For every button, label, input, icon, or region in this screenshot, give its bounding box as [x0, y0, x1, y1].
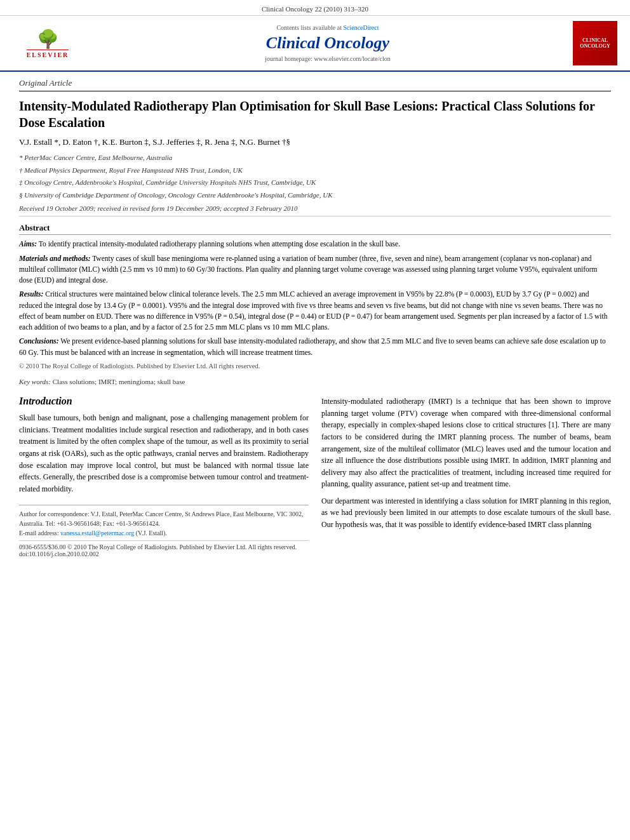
journal-header: 🌳 ELSEVIER Contents lists available at S… [0, 16, 630, 72]
abstract-section: Abstract Aims: To identify practical int… [19, 223, 611, 387]
keywords-text: Class solutions; IMRT; meningioma; skull… [53, 378, 185, 385]
email-name: (V.J. Estall). [136, 530, 167, 537]
results-label: Results: [19, 290, 43, 298]
journal-center: Contents lists available at ScienceDirec… [83, 24, 573, 62]
introduction-right-column: Intensity-modulated radiotherapy (IMRT) … [321, 396, 611, 557]
journal-cover-image: CLINICAL ONCOLOGY [573, 21, 617, 65]
methods-text: Twenty cases of skull base meningioma we… [19, 255, 598, 284]
received-dates: Received 19 October 2009; received in re… [19, 204, 611, 217]
methods-label: Materials and methods: [19, 255, 90, 262]
conclusions-text: We present evidence-based planning solut… [19, 337, 606, 356]
sciencedirect-text: Contents lists available at [276, 24, 341, 31]
introduction-right-text: Intensity-modulated radiotherapy (IMRT) … [321, 396, 611, 531]
abstract-conclusions: Conclusions: We present evidence-based p… [19, 336, 611, 358]
abstract-text: Aims: To identify practical intensity-mo… [19, 239, 611, 387]
correspondence-text: Author for correspondence: V.J. Estall, … [19, 509, 309, 528]
journal-homepage: journal homepage: www.elsevier.com/locat… [83, 55, 573, 62]
elsevier-tree-icon: 🌳 [37, 29, 59, 50]
affiliation-2: † Medical Physics Department, Royal Free… [19, 165, 611, 177]
conclusions-label: Conclusions: [19, 337, 59, 345]
email-line: E-mail address: vanessa.estall@petermac.… [19, 528, 309, 538]
journal-title: Clinical Oncology [83, 34, 573, 53]
affiliation-3: ‡ Oncology Centre, Addenbrooke's Hospita… [19, 177, 611, 189]
authors-line: V.J. Estall *, D. Eaton †, K.E. Burton ‡… [19, 137, 611, 147]
footnote-section: Author for correspondence: V.J. Estall, … [19, 505, 309, 538]
article-type: Original Article [19, 78, 611, 91]
article-title: Intensity-Modulated Radiotherapy Plan Op… [19, 98, 611, 131]
results-text: Critical structures were maintained belo… [19, 290, 608, 331]
introduction-section: Introduction Skull base tumours, both be… [19, 396, 611, 557]
doi-section: 0936-6555/$36.00 © 2010 The Royal Colleg… [19, 540, 309, 557]
abstract-methods: Materials and methods: Twenty cases of s… [19, 253, 611, 286]
elsevier-logo: 🌳 ELSEVIER [13, 24, 83, 62]
introduction-title: Introduction [19, 396, 309, 407]
introduction-left-text: Skull base tumours, both benign and mali… [19, 412, 309, 495]
cover-label-text: CLINICAL ONCOLOGY [580, 37, 610, 49]
keywords-label: Key words: [19, 378, 51, 385]
sciencedirect-line: Contents lists available at ScienceDirec… [83, 24, 573, 31]
affiliations: * PeterMac Cancer Centre, East Melbourne… [19, 152, 611, 201]
affiliation-4: § University of Cambridge Department of … [19, 190, 611, 201]
elsevier-label: ELSEVIER [27, 50, 69, 58]
sciencedirect-link[interactable]: ScienceDirect [343, 24, 379, 31]
abstract-results: Results: Critical structures were mainta… [19, 289, 611, 333]
abstract-title: Abstract [19, 223, 611, 235]
email-address[interactable]: vanessa.estall@petermac.org [60, 530, 134, 537]
keywords: Key words: Class solutions; IMRT; mening… [19, 377, 611, 387]
issn-line: 0936-6555/$36.00 © 2010 The Royal Colleg… [19, 543, 309, 550]
journal-info-text: Clinical Oncology 22 (2010) 313–320 [262, 5, 368, 13]
introduction-left-column: Introduction Skull base tumours, both be… [19, 396, 309, 557]
copyright-line: © 2010 The Royal College of Radiologists… [19, 361, 611, 371]
intro-left-para1: Skull base tumours, both benign and mali… [19, 412, 309, 495]
aims-text: To identify practical intensity-modulate… [39, 240, 400, 248]
doi-line: doi:10.1016/j.clon.2010.02.002 [19, 550, 309, 557]
affiliation-1: * PeterMac Cancer Centre, East Melbourne… [19, 152, 611, 164]
journal-citation: Clinical Oncology 22 (2010) 313–320 [0, 0, 630, 16]
aims-label: Aims: [19, 240, 37, 248]
abstract-aims: Aims: To identify practical intensity-mo… [19, 239, 611, 250]
intro-right-para2: Our department was interested in identif… [321, 495, 611, 531]
main-content: Original Article Intensity-Modulated Rad… [0, 72, 630, 570]
intro-right-para1: Intensity-modulated radiotherapy (IMRT) … [321, 396, 611, 490]
